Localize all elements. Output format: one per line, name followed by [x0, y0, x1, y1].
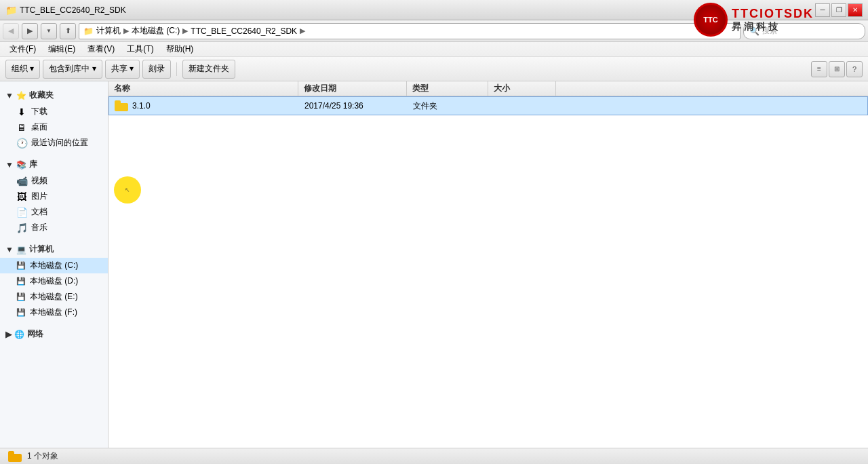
file-type-cell: 文件夹 [408, 100, 489, 112]
menu-file[interactable]: 文件(F) [4, 42, 41, 56]
dropdown-button[interactable]: ▼ [41, 23, 57, 39]
drive-f-label: 本地磁盘 (F:) [30, 307, 77, 318]
network-section[interactable]: ▶ 🌐 网络 [0, 326, 108, 343]
drive-c-label: 本地磁盘 (C:) [30, 260, 78, 271]
window-icon: 📁 [5, 5, 17, 16]
desktop-icon: 🖥 [16, 122, 27, 133]
drive-e-label: 本地磁盘 (E:) [30, 291, 78, 303]
sidebar-item-drive-c[interactable]: 💾 本地磁盘 (C:) [0, 258, 108, 273]
close-button[interactable]: ✕ [848, 3, 863, 17]
title-bar-controls: ─ ❐ ✕ [815, 3, 863, 17]
address-bar[interactable]: 📁 计算机 ▶ 本地磁盘 (C:) ▶ TTC_BLE_CC2640_R2_SD… [79, 23, 741, 39]
file-type: 文件夹 [413, 100, 437, 112]
header-modified[interactable]: 修改日期 [298, 81, 407, 96]
window-title: TTC_BLE_CC2640_R2_SDK [20, 5, 126, 15]
back-button[interactable]: ◀ [3, 23, 19, 39]
status-bar: 1 个对象 [0, 448, 868, 464]
sep3: ▶ [300, 26, 305, 35]
drive-e-icon: 💾 [16, 292, 26, 301]
documents-label: 文档 [31, 206, 47, 218]
drive-c-icon: 💾 [16, 261, 26, 270]
drive-crumb[interactable]: 本地磁盘 (C:) [132, 25, 180, 37]
menu-view[interactable]: 查看(V) [82, 42, 120, 56]
view-help-button[interactable]: ? [846, 61, 863, 77]
sep2: ▶ [182, 26, 188, 35]
sidebar-item-drive-d[interactable]: 💾 本地磁盘 (D:) [0, 273, 108, 289]
file-modified-cell: 2017/4/25 19:36 [299, 101, 408, 111]
title-bar-left: 📁 TTC_BLE_CC2640_R2_SDK [5, 5, 126, 16]
documents-icon: 📄 [16, 207, 27, 218]
minimize-button[interactable]: ─ [815, 3, 830, 17]
status-count: 1 个对象 [27, 450, 58, 462]
logo-ttc: TTC [703, 16, 717, 24]
header-size[interactable]: 大小 [488, 81, 556, 96]
folder-icon [115, 100, 128, 111]
sidebar-item-drive-f[interactable]: 💾 本地磁盘 (F:) [0, 305, 108, 320]
folder-icon-small: 📁 [83, 26, 94, 36]
drive-d-icon: 💾 [16, 277, 26, 286]
downloads-icon: ⬇ [16, 107, 27, 117]
restore-button[interactable]: ❐ [831, 3, 846, 17]
downloads-label: 下载 [31, 106, 47, 117]
sidebar-item-pictures[interactable]: 🖼 图片 [0, 189, 108, 204]
favorites-section[interactable]: ▼ ⭐ 收藏夹 [0, 87, 108, 104]
sidebar: ▼ ⭐ 收藏夹 ⬇ 下载 🖥 桌面 🕐 最近访问的位置 ▼ 📚 库 📹 视频 🖼 [0, 81, 108, 448]
network-label: 网络 [27, 328, 43, 340]
forward-button[interactable]: ▶ [22, 23, 38, 39]
computer-label: 计算机 [29, 244, 54, 255]
drive-d-label: 本地磁盘 (D:) [30, 275, 78, 287]
recent-label: 最近访问的位置 [31, 137, 88, 149]
new-folder-button[interactable]: 新建文件夹 [182, 60, 235, 79]
pictures-icon: 🖼 [16, 191, 27, 202]
burn-button[interactable]: 刻录 [142, 60, 171, 79]
menu-tools[interactable]: 工具(T) [121, 42, 159, 56]
network-icon: 🌐 [14, 330, 24, 339]
header-type[interactable]: 类型 [407, 81, 488, 96]
header-name[interactable]: 名称 [108, 81, 298, 96]
menu-help[interactable]: 帮助(H) [161, 42, 199, 56]
organize-button[interactable]: 组织 ▾ [5, 60, 40, 79]
desktop-label: 桌面 [31, 121, 47, 133]
sidebar-item-music[interactable]: 🎵 音乐 [0, 220, 108, 235]
sidebar-item-downloads[interactable]: ⬇ 下载 [0, 104, 108, 119]
network-arrow: ▶ [5, 330, 12, 339]
computer-arrow: ▼ [5, 245, 14, 254]
computer-icon: 💻 [16, 245, 26, 254]
sep1: ▶ [123, 26, 129, 35]
logo-company: 昇润科技 [732, 21, 814, 33]
view-icon-button[interactable]: ⊞ [829, 61, 845, 77]
up-button[interactable]: ⬆ [60, 23, 76, 39]
videos-icon: 📹 [16, 176, 27, 187]
status-folder-icon [8, 451, 22, 462]
include-library-button[interactable]: 包含到库中 ▾ [43, 60, 102, 79]
logo-text: TTCIOTSDK 昇润科技 [732, 7, 814, 33]
libraries-label: 库 [29, 159, 37, 170]
favorites-label: 收藏夹 [29, 90, 54, 101]
view-list-button[interactable]: ≡ [811, 61, 827, 77]
content-area: 名称 修改日期 类型 大小 3.1.0 2017/4/25 19:36 文件夹 [108, 81, 868, 448]
computer-section[interactable]: ▼ 💻 计算机 [0, 241, 108, 258]
drive-f-icon: 💾 [16, 308, 26, 317]
share-button[interactable]: 共享 ▾ [105, 60, 140, 79]
file-row-310[interactable]: 3.1.0 2017/4/25 19:36 文件夹 [108, 96, 868, 115]
menu-bar: 文件(F) 编辑(E) 查看(V) 工具(T) 帮助(H) [0, 42, 868, 57]
sidebar-item-videos[interactable]: 📹 视频 [0, 173, 108, 189]
libraries-section[interactable]: ▼ 📚 库 [0, 156, 108, 173]
logo-circle: TTC [694, 3, 728, 37]
videos-label: 视频 [31, 175, 47, 187]
sidebar-item-recent[interactable]: 🕐 最近访问的位置 [0, 135, 108, 151]
sidebar-item-drive-e[interactable]: 💾 本地磁盘 (E:) [0, 289, 108, 305]
computer-crumb[interactable]: 计算机 [96, 25, 121, 37]
menu-edit[interactable]: 编辑(E) [43, 42, 81, 56]
toolbar: 组织 ▾ 包含到库中 ▾ 共享 ▾ 刻录 新建文件夹 ≡ ⊞ ? [0, 57, 868, 81]
file-name: 3.1.0 [132, 101, 151, 111]
pictures-label: 图片 [31, 191, 47, 202]
folder-crumb[interactable]: TTC_BLE_CC2640_R2_SDK [191, 26, 297, 36]
logo-brand: TTCIOTSDK [732, 7, 814, 21]
recent-icon: 🕐 [16, 138, 27, 149]
favorites-arrow: ▼ [5, 91, 14, 100]
file-name-cell: 3.1.0 [109, 100, 299, 111]
sidebar-item-documents[interactable]: 📄 文档 [0, 204, 108, 220]
view-options: ≡ ⊞ ? [811, 61, 863, 77]
sidebar-item-desktop[interactable]: 🖥 桌面 [0, 119, 108, 135]
